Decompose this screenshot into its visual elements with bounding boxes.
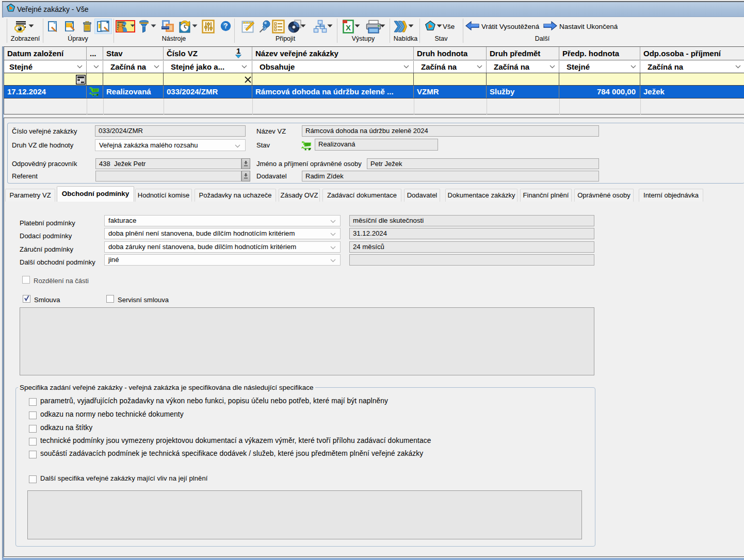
svg-text:?: ? — [223, 22, 228, 30]
svg-text:X: X — [346, 23, 351, 32]
